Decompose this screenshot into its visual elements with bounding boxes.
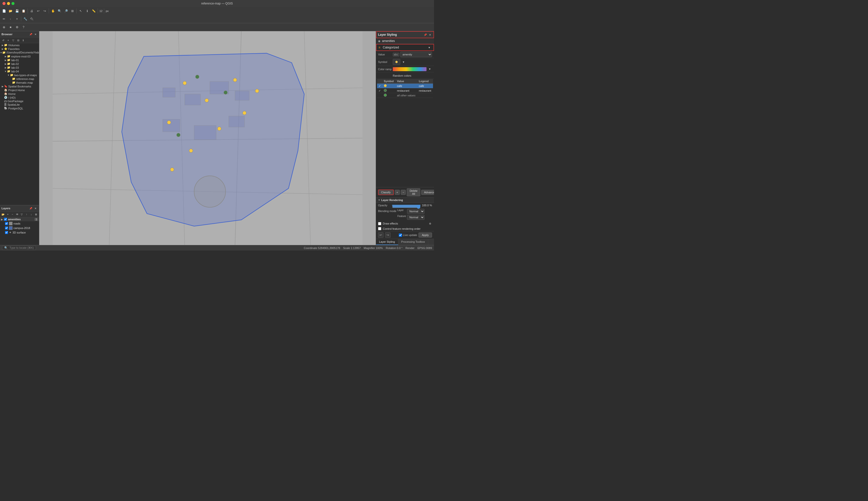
opacity-slider[interactable]: [392, 205, 421, 206]
tree-item-two-types[interactable]: ▼ 📁 two-types-of-maps: [0, 73, 39, 77]
plugin1-btn[interactable]: 🔧: [22, 16, 28, 22]
tree-item-thematic-map[interactable]: 📁 thematic-map: [0, 81, 39, 84]
settings-btn[interactable]: ⚙: [14, 24, 20, 30]
layers-remove-btn[interactable]: −: [10, 212, 15, 216]
value-dropdown[interactable]: amenity: [400, 52, 432, 57]
save-project-btn[interactable]: 💾: [14, 8, 20, 14]
browser-pin-btn[interactable]: 📌: [29, 32, 33, 36]
zoom-out-btn[interactable]: 🔎: [63, 8, 69, 14]
advanced-btn[interactable]: Advanced: [421, 190, 434, 195]
opacity-range[interactable]: [392, 205, 421, 209]
map-canvas-area[interactable]: [39, 31, 376, 245]
browser-filter-btn[interactable]: ▽: [11, 38, 15, 42]
draw-effects-checkbox[interactable]: [378, 222, 381, 225]
tree-item-favorites[interactable]: ▶ ⭐ Favorites: [0, 47, 39, 51]
remove-category-btn[interactable]: −: [401, 190, 406, 195]
layers-open-btn[interactable]: 📂: [1, 212, 5, 216]
digitize-btn[interactable]: ✏: [1, 16, 7, 22]
tree-item-lab03[interactable]: ▶ 📁 lab-03: [0, 66, 39, 70]
browser-refresh-btn[interactable]: ↺: [1, 38, 6, 42]
tree-item-users-boyd[interactable]: ▼ 📁 /Users/boyd/Documents/YodasMaps: [0, 51, 39, 54]
new-project-btn[interactable]: 📄: [1, 8, 7, 14]
select-btn[interactable]: ↖: [78, 8, 84, 14]
redo-btn[interactable]: ↪: [42, 8, 48, 14]
layer-vis-3d[interactable]: [5, 231, 8, 234]
minimize-button[interactable]: [7, 2, 10, 5]
tree-item-lab02[interactable]: ▶ 📁 lab-02: [0, 62, 39, 66]
tree-item-lab04[interactable]: ▼ 📁 lab-04: [0, 70, 39, 73]
tree-item-geopackage[interactable]: 🗃 GeoPackage: [0, 99, 39, 103]
apply-button[interactable]: Apply: [419, 233, 432, 237]
layers-close-btn[interactable]: ✕: [33, 206, 38, 210]
browser-info-btn[interactable]: ℹ: [21, 38, 25, 42]
blend-layer-select[interactable]: Normal: [407, 209, 424, 214]
help-btn[interactable]: ?: [21, 24, 27, 30]
table-row-restaurant[interactable]: ✓ restaurant restaurant: [377, 88, 433, 93]
zoom-full-btn[interactable]: ⊞: [70, 8, 75, 14]
classify-button[interactable]: Classify: [378, 190, 394, 195]
browser-close-btn[interactable]: ✕: [33, 32, 38, 36]
layers-group-btn[interactable]: ⊞: [34, 212, 38, 216]
tree-item-spatial-bookmarks[interactable]: ▶ 🔖 Spatial Bookmarks: [0, 84, 39, 88]
zoom-in-btn[interactable]: 🔍: [56, 8, 62, 14]
table-row-other[interactable]: all other values: [377, 93, 433, 98]
identify-btn[interactable]: ℹ: [84, 8, 90, 14]
forward-btn[interactable]: ↪: [385, 232, 391, 238]
color-ramp-dropdown-btn[interactable]: ▼: [427, 67, 432, 72]
node-btn[interactable]: ◦: [8, 16, 13, 22]
tree-item-explore[interactable]: ▶ 📁 explore-mod-03: [0, 54, 39, 58]
layers-filter-btn[interactable]: ▽: [20, 212, 24, 216]
tree-item-project-home[interactable]: 🏠 Project Home: [0, 88, 39, 92]
blend-feature-select[interactable]: Normal: [407, 215, 424, 220]
maximize-button[interactable]: [11, 2, 14, 5]
tree-item-spatialite[interactable]: 🗄 SpatiaLite: [0, 103, 39, 106]
styling-close-btn[interactable]: ✕: [428, 33, 432, 37]
measure-btn[interactable]: 📏: [91, 8, 97, 14]
layers-add-btn[interactable]: +: [6, 212, 10, 216]
bookmark-btn[interactable]: ★: [8, 24, 13, 30]
layer-vis-amenities[interactable]: [4, 218, 7, 221]
value-row: Value abc amenity: [376, 51, 434, 58]
layer-vis-campus[interactable]: [5, 226, 8, 230]
tree-item-home[interactable]: 🏠 Home: [0, 92, 39, 96]
draw-effects-settings-btn[interactable]: ⚙: [428, 222, 432, 225]
tree-item-postgresql[interactable]: 🐘 PostgreSQL: [0, 106, 39, 110]
delete-all-btn[interactable]: Delete All: [407, 188, 420, 196]
tree-item-lab01[interactable]: ▶ 📁 lab-01: [0, 58, 39, 62]
table-row-cafe[interactable]: ✓ cafe cafe: [377, 84, 433, 88]
live-update-checkbox[interactable]: [399, 234, 402, 237]
symbol-preview[interactable]: [393, 59, 400, 65]
tree-item-hd[interactable]: 💿 / (HD): [0, 96, 39, 99]
browser-collapse-btn[interactable]: ⊟: [16, 38, 21, 42]
layer-item-campus[interactable]: campus-2018: [0, 226, 39, 230]
tree-item-volumes[interactable]: ▶ 📁 /Volumes: [0, 43, 39, 47]
layer-vis-roads[interactable]: [5, 222, 8, 225]
layer-item-3dsurface[interactable]: ✦ 3D surface: [0, 230, 39, 235]
add-category-btn[interactable]: +: [395, 190, 400, 195]
layer-item-amenities[interactable]: ▶ amenities 1: [0, 217, 39, 221]
save-as-btn[interactable]: 📋: [21, 8, 27, 14]
add-feature-btn[interactable]: +: [14, 16, 20, 22]
tab-layer-styling[interactable]: Layer Styling: [376, 239, 398, 245]
browser-add-btn[interactable]: +: [6, 38, 10, 42]
layers-eye-btn[interactable]: 👁: [15, 212, 19, 216]
layers-down-btn[interactable]: ↓: [29, 212, 33, 216]
undo-btn[interactable]: ↩: [35, 8, 41, 14]
renderer-dropdown-btn[interactable]: ▼: [427, 45, 432, 50]
pan-btn[interactable]: ✋: [50, 8, 56, 14]
tab-processing-toolbox[interactable]: Processing Toolbox: [398, 239, 428, 245]
control-feature-checkbox[interactable]: [378, 227, 381, 230]
layers-up-btn[interactable]: ↑: [24, 212, 29, 216]
plugin2-btn[interactable]: 🔌: [29, 16, 35, 22]
color-ramp-preview[interactable]: [393, 67, 426, 71]
layers-pin-btn[interactable]: 📌: [29, 206, 33, 210]
close-button[interactable]: [2, 2, 6, 5]
print-btn[interactable]: 🖨: [29, 8, 35, 14]
styling-pin-btn[interactable]: 📌: [423, 33, 427, 37]
loc-btn[interactable]: ⊕: [1, 24, 7, 30]
open-project-btn[interactable]: 📂: [8, 8, 13, 14]
tree-item-reference-map[interactable]: 📁 reference-map: [0, 77, 39, 81]
layer-item-roads[interactable]: roads: [0, 221, 39, 226]
symbol-edit-btn[interactable]: ▼: [401, 60, 406, 64]
back-btn[interactable]: ↩: [378, 232, 383, 238]
